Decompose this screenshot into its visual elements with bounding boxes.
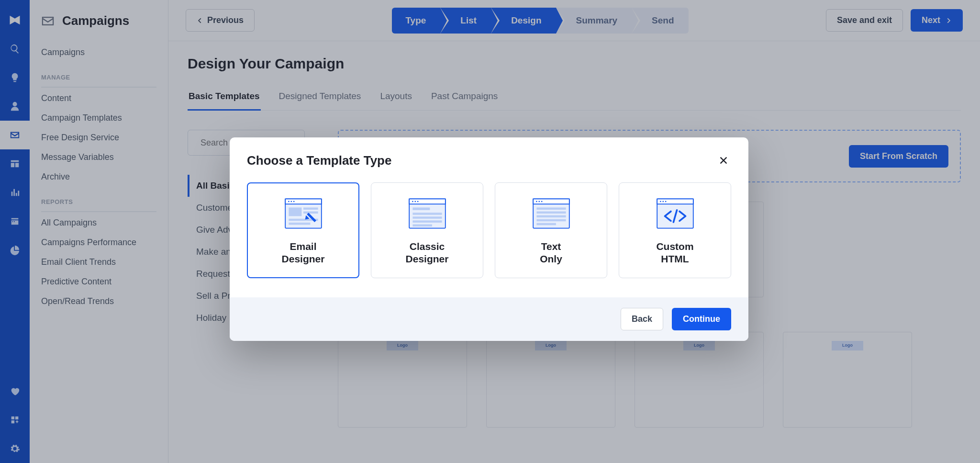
svg-point-14 bbox=[417, 201, 418, 202]
type-custom-html[interactable]: CustomHTML bbox=[619, 182, 731, 278]
html-icon bbox=[654, 195, 697, 232]
type-label: ClassicDesigner bbox=[406, 240, 449, 266]
svg-point-12 bbox=[412, 201, 413, 202]
svg-point-33 bbox=[662, 201, 664, 202]
svg-rect-6 bbox=[303, 207, 318, 210]
close-button[interactable] bbox=[716, 153, 731, 168]
svg-rect-7 bbox=[303, 211, 318, 214]
type-label: CustomHTML bbox=[656, 240, 693, 266]
svg-point-34 bbox=[665, 201, 666, 202]
svg-rect-15 bbox=[412, 207, 430, 210]
svg-rect-17 bbox=[412, 216, 442, 219]
svg-rect-27 bbox=[536, 215, 566, 217]
svg-point-22 bbox=[536, 201, 537, 202]
svg-point-23 bbox=[538, 201, 540, 202]
type-classic-designer[interactable]: ClassicDesigner bbox=[371, 182, 483, 278]
svg-point-32 bbox=[660, 201, 661, 202]
svg-point-4 bbox=[293, 201, 294, 202]
type-options: EmailDesigner ClassicDesigner bbox=[247, 182, 731, 278]
svg-rect-28 bbox=[536, 219, 566, 221]
continue-button[interactable]: Continue bbox=[672, 308, 731, 330]
type-text-only[interactable]: TextOnly bbox=[495, 182, 607, 278]
svg-point-24 bbox=[541, 201, 542, 202]
svg-rect-9 bbox=[289, 223, 310, 225]
template-type-modal: Choose a Template Type E bbox=[230, 137, 748, 341]
back-button[interactable]: Back bbox=[621, 308, 663, 330]
classic-icon bbox=[406, 195, 449, 232]
svg-point-13 bbox=[414, 201, 416, 202]
svg-point-2 bbox=[288, 201, 290, 202]
svg-rect-18 bbox=[412, 220, 442, 223]
type-label: TextOnly bbox=[540, 240, 562, 266]
text-icon bbox=[530, 195, 573, 232]
type-email-designer[interactable]: EmailDesigner bbox=[247, 182, 359, 278]
svg-rect-25 bbox=[536, 207, 566, 210]
type-label: EmailDesigner bbox=[282, 240, 325, 266]
svg-rect-19 bbox=[412, 224, 432, 226]
svg-rect-26 bbox=[536, 211, 566, 214]
svg-point-3 bbox=[290, 201, 292, 202]
close-icon bbox=[718, 155, 729, 166]
svg-rect-16 bbox=[412, 213, 442, 215]
modal-footer: Back Continue bbox=[230, 297, 748, 341]
modal-title: Choose a Template Type bbox=[247, 153, 391, 168]
svg-rect-29 bbox=[536, 223, 556, 226]
svg-rect-5 bbox=[289, 207, 301, 216]
designer-icon bbox=[282, 195, 325, 232]
